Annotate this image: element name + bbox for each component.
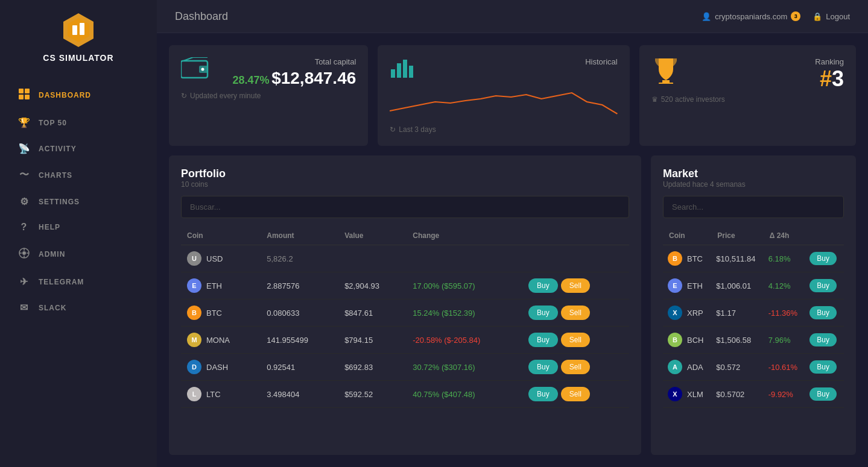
sidebar-item-help[interactable]: ? HELP — [0, 215, 157, 240]
col-coin: Coin — [181, 227, 261, 245]
market-col-price: Price — [711, 227, 763, 245]
sell-button[interactable]: Sell — [561, 387, 590, 401]
col-amount: Amount — [261, 227, 338, 245]
portfolio-value: $847.61 — [338, 299, 407, 327]
portfolio-coin-cell: MMONA — [181, 327, 261, 354]
market-coin-cell: XXLM — [663, 381, 711, 408]
buy-button[interactable]: Buy — [528, 278, 558, 293]
market-price: $1.17 — [711, 299, 763, 327]
portfolio-actions: BuySell — [522, 272, 629, 299]
market-buy-cell: Buy — [805, 381, 844, 408]
ranking-value: #3 — [815, 66, 844, 92]
portfolio-search-input[interactable] — [181, 196, 629, 218]
buy-button[interactable]: Buy — [528, 306, 558, 320]
market-buy-button[interactable]: Buy — [809, 306, 837, 319]
portfolio-title: Portfolio — [181, 168, 629, 180]
sidebar-item-dashboard[interactable]: DASHBOARD — [0, 81, 157, 110]
capital-value: $12,847.46 — [271, 69, 356, 87]
market-col-coin: Coin — [663, 227, 711, 245]
bottom-row: Portfolio 10 coins Coin Amount Value Cha… — [169, 155, 856, 455]
sell-button[interactable]: Sell — [561, 278, 590, 293]
help-icon: ? — [18, 222, 30, 233]
historical-title: Historical — [585, 57, 617, 66]
sidebar-label-telegram: TELEGRAM — [39, 278, 84, 286]
chart-bar-icon — [390, 57, 416, 84]
portfolio-coin-cell: UUSD — [181, 245, 261, 272]
market-buy-button[interactable]: Buy — [809, 279, 837, 292]
logout-button[interactable]: 🔒 Logout — [813, 12, 850, 21]
portfolio-value — [338, 245, 407, 272]
username: cryptospaniards.com — [715, 12, 787, 21]
portfolio-amount: 3.498404 — [261, 381, 338, 408]
sidebar-item-slack[interactable]: ✉ SLACK — [0, 295, 157, 321]
svg-rect-4 — [19, 89, 24, 93]
sell-button[interactable]: Sell — [561, 306, 590, 320]
sidebar-item-activity[interactable]: 📡 ACTIVITY — [0, 136, 157, 161]
sell-button[interactable]: Sell — [561, 333, 590, 347]
portfolio-row: EETH2.887576$2,904.9317.00% ($595.07)Buy… — [181, 272, 629, 299]
svg-rect-3 — [80, 23, 84, 35]
trophy-icon: 🏆 — [18, 117, 30, 128]
logo-icon — [60, 12, 97, 48]
portfolio-amount: 141.955499 — [261, 327, 338, 354]
market-row: XXLM$0.5702-9.92%Buy — [663, 381, 844, 408]
market-panel: Market Updated hace 4 semanas Coin Price… — [651, 155, 856, 455]
portfolio-change: 17.00% ($595.07) — [407, 272, 522, 299]
portfolio-row: LLTC3.498404$592.5240.75% ($407.48)BuySe… — [181, 381, 629, 408]
svg-rect-6 — [19, 95, 24, 99]
portfolio-coin-cell: LLTC — [181, 381, 261, 408]
portfolio-actions: BuySell — [522, 354, 629, 381]
user-info: 👤 cryptospaniards.com 3 — [702, 11, 800, 21]
sidebar-label-slack: SLACK — [39, 304, 66, 312]
trophy-rank-icon — [651, 57, 680, 86]
sidebar-item-top50[interactable]: 🏆 TOP 50 — [0, 110, 157, 136]
total-capital-card: Total capital 28.47% $12,847.46 ↻ Update… — [169, 45, 368, 146]
refresh-icon: ↻ — [181, 92, 187, 100]
market-buy-button[interactable]: Buy — [809, 333, 837, 346]
sidebar-item-charts[interactable]: 〜 CHARTS — [0, 161, 157, 189]
market-buy-button[interactable]: Buy — [809, 252, 837, 265]
market-coin-cell: AADA — [663, 354, 711, 381]
svg-rect-7 — [25, 95, 30, 99]
buy-button[interactable]: Buy — [528, 387, 558, 401]
market-buy-cell: Buy — [805, 272, 844, 299]
market-buy-button[interactable]: Buy — [809, 387, 837, 401]
portfolio-change: -20.58% ($-205.84) — [407, 327, 522, 354]
portfolio-actions — [522, 245, 629, 272]
portfolio-amount: 0.92541 — [261, 354, 338, 381]
header-right: 👤 cryptospaniards.com 3 🔒 Logout — [702, 11, 850, 21]
sidebar-label-admin: ADMIN — [39, 250, 65, 259]
content: Total capital 28.47% $12,847.46 ↻ Update… — [157, 33, 868, 467]
portfolio-amount: 0.080633 — [261, 299, 338, 327]
sidebar-item-telegram[interactable]: ✈ TELEGRAM — [0, 269, 157, 295]
sidebar-item-settings[interactable]: ⚙ SETTINGS — [0, 189, 157, 215]
settings-icon: ⚙ — [18, 196, 30, 207]
svg-rect-20 — [409, 66, 413, 78]
svg-rect-21 — [662, 80, 670, 83]
buy-button[interactable]: Buy — [528, 360, 558, 374]
sidebar-label-activity: ACTIVITY — [39, 145, 77, 153]
market-row: AADA$0.572-10.61%Buy — [663, 354, 844, 381]
market-buy-button[interactable]: Buy — [809, 360, 837, 374]
svg-rect-22 — [659, 83, 673, 84]
market-row: EETH$1,006.014.12%Buy — [663, 272, 844, 299]
market-price: $10,511.84 — [711, 245, 763, 272]
market-search-input[interactable] — [663, 196, 844, 218]
portfolio-coin-cell: DDASH — [181, 354, 261, 381]
sidebar-item-admin[interactable]: ADMIN — [0, 240, 157, 269]
portfolio-value: $794.15 — [338, 327, 407, 354]
sell-button[interactable]: Sell — [561, 360, 590, 374]
market-table-wrap: Coin Price Δ 24h BBTC$10,511.846.18%BuyE… — [663, 227, 844, 443]
logout-label: Logout — [826, 12, 850, 21]
main-area: Dashboard 👤 cryptospaniards.com 3 🔒 Logo… — [157, 0, 868, 467]
capital-pct: 28.47% — [232, 74, 269, 86]
user-badge: 3 — [791, 11, 800, 21]
slack-icon: ✉ — [18, 302, 30, 313]
sidebar: CS SIMULATOR DASHBOARD 🏆 TOP 50 📡 ACTIVI… — [0, 0, 157, 467]
sidebar-label-settings: SETTINGS — [39, 198, 80, 206]
portfolio-sub: 10 coins — [181, 180, 629, 189]
market-row: BBTC$10,511.846.18%Buy — [663, 245, 844, 272]
col-value: Value — [338, 227, 407, 245]
market-change: 4.12% — [764, 272, 805, 299]
buy-button[interactable]: Buy — [528, 333, 558, 347]
